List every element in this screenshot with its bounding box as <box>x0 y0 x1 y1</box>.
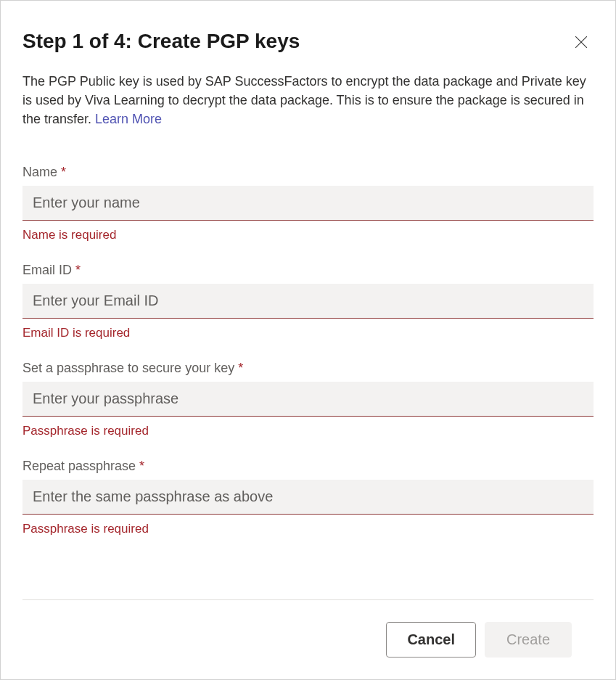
dialog-content: Step 1 of 4: Create PGP keys The PGP Pub… <box>1 1 615 599</box>
close-icon <box>575 36 588 49</box>
field-passphrase: Set a passphrase to secure your key * Pa… <box>22 361 594 438</box>
required-asterisk: * <box>234 361 243 375</box>
field-name: Name * Name is required <box>22 165 594 242</box>
dialog-footer: Cancel Create <box>22 599 594 679</box>
dialog-description: The PGP Public key is used by SAP Succes… <box>22 72 594 128</box>
field-repeat-passphrase: Repeat passphrase * Passphrase is requir… <box>22 459 594 536</box>
learn-more-link[interactable]: Learn More <box>95 112 162 126</box>
repeat-passphrase-error: Passphrase is required <box>22 522 594 536</box>
dialog-create-pgp-keys: Step 1 of 4: Create PGP keys The PGP Pub… <box>0 0 616 680</box>
name-error: Name is required <box>22 228 594 242</box>
passphrase-input[interactable] <box>22 382 594 417</box>
required-asterisk: * <box>57 165 66 179</box>
field-email: Email ID * Email ID is required <box>22 263 594 340</box>
dialog-header: Step 1 of 4: Create PGP keys <box>22 22 594 54</box>
dialog-title: Step 1 of 4: Create PGP keys <box>22 30 300 53</box>
email-error: Email ID is required <box>22 326 594 340</box>
cancel-button[interactable]: Cancel <box>386 622 476 658</box>
close-button[interactable] <box>569 30 594 54</box>
email-input[interactable] <box>22 284 594 319</box>
name-label: Name * <box>22 165 594 180</box>
passphrase-label: Set a passphrase to secure your key * <box>22 361 594 376</box>
required-asterisk: * <box>72 263 81 277</box>
required-asterisk: * <box>136 459 144 473</box>
passphrase-error: Passphrase is required <box>22 424 594 438</box>
repeat-passphrase-label: Repeat passphrase * <box>22 459 594 474</box>
repeat-passphrase-input[interactable] <box>22 480 594 515</box>
email-label: Email ID * <box>22 263 594 278</box>
name-input[interactable] <box>22 186 594 221</box>
create-button[interactable]: Create <box>485 622 572 658</box>
